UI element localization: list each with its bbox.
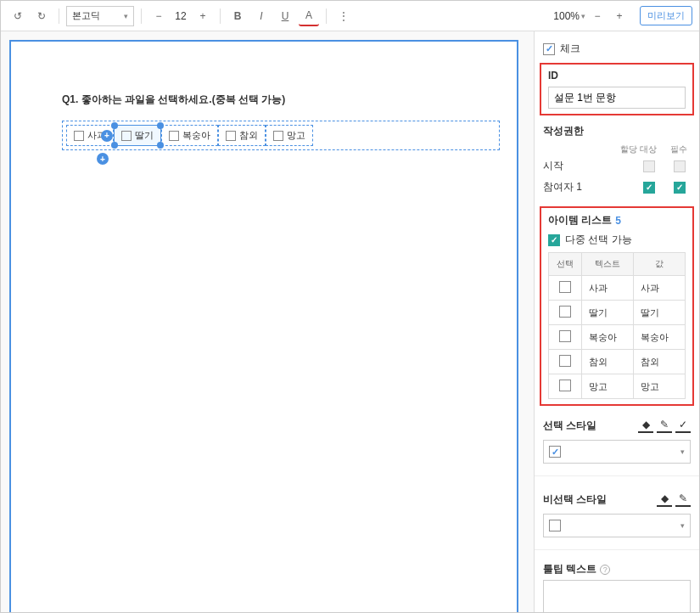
item-count: 5 — [615, 215, 621, 227]
text-color-button[interactable]: A — [299, 6, 319, 26]
font-family-value: 본고딕 — [72, 9, 100, 22]
item-table-row[interactable]: 복숭아 복숭아 — [549, 325, 686, 350]
preview-button[interactable]: 미리보기 — [640, 6, 692, 25]
item-list-title: 아이템 리스트 5 — [548, 213, 686, 228]
item-table-row[interactable]: 참외 참외 — [549, 350, 686, 374]
checkbox-option[interactable]: 참외 — [218, 125, 266, 146]
add-handle-icon[interactable]: + — [101, 130, 113, 142]
item-row-value: 복숭아 — [633, 325, 685, 350]
item-row-value: 망고 — [633, 374, 685, 399]
checkbox-group[interactable]: 사과 + 딸기 복숭아 — [62, 121, 500, 150]
tooltip-textarea[interactable] — [543, 580, 691, 612]
item-table-row[interactable]: 사과 사과 — [549, 276, 686, 301]
item-row-text: 망고 — [581, 374, 633, 399]
select-style-label: 선택 스타일 — [543, 419, 596, 433]
perm-required-checkbox[interactable] — [674, 182, 686, 194]
perm-head-target: 할당 대상 — [620, 143, 657, 155]
multi-select-row: 다중 선택 가능 — [548, 233, 686, 247]
id-section-highlighted: ID — [540, 63, 694, 115]
border-style-icon[interactable]: ✎ — [675, 492, 691, 507]
item-row-checkbox[interactable] — [559, 281, 571, 293]
add-row-handle-icon[interactable]: + — [97, 153, 109, 165]
zoom-out-button[interactable]: − — [587, 6, 608, 26]
checkbox-icon[interactable] — [121, 131, 132, 141]
font-size-value[interactable]: 12 — [172, 10, 189, 22]
check-type-checkbox[interactable] — [543, 43, 555, 55]
underline-button[interactable]: U — [275, 6, 295, 26]
option-label: 복숭아 — [182, 129, 210, 142]
item-table: 선택 텍스트 값 사과 사과 딸기 — [548, 252, 686, 399]
checkbox-option[interactable]: 망고 — [266, 125, 313, 146]
italic-button[interactable]: I — [251, 6, 272, 26]
item-row-checkbox[interactable] — [559, 330, 571, 342]
checked-preview-icon — [549, 446, 561, 458]
form-canvas[interactable]: Q1. 좋아하는 과일을 선택하세요.(중복 선택 가능) 사과 + — [9, 40, 518, 612]
font-family-select[interactable]: 본고딕 ▾ — [66, 6, 134, 26]
selection-handle[interactable] — [111, 142, 118, 149]
font-size-increase-button[interactable]: + — [193, 6, 213, 26]
bold-button[interactable]: B — [227, 6, 248, 26]
fill-color-icon[interactable]: ◆ — [638, 418, 653, 433]
multi-select-checkbox[interactable] — [548, 234, 560, 246]
chevron-down-icon: ▾ — [680, 447, 685, 456]
item-row-value: 사과 — [633, 276, 685, 301]
select-style-section: 선택 스타일 ◆ ✎ ✓ ▾ — [535, 409, 699, 469]
chevron-down-icon: ▾ — [581, 12, 585, 20]
permissions-title: 작성권한 — [543, 124, 691, 138]
item-list-section-highlighted: 아이템 리스트 5 다중 선택 가능 선택 텍스트 값 — [540, 206, 694, 406]
canvas-area[interactable]: Q1. 좋아하는 과일을 선택하세요.(중복 선택 가능) 사과 + — [1, 31, 534, 612]
check-style-icon[interactable]: ✓ — [675, 418, 691, 433]
id-label: ID — [548, 70, 686, 82]
item-row-checkbox[interactable] — [559, 355, 571, 367]
separator — [326, 8, 327, 24]
more-icon[interactable]: ⋮ — [333, 6, 354, 26]
checkbox-icon[interactable] — [273, 131, 283, 141]
zoom-controls: 100% ▾ − + — [553, 6, 630, 26]
checkbox-icon[interactable] — [226, 131, 236, 141]
item-row-text: 사과 — [581, 276, 633, 301]
select-style-dropdown[interactable]: ▾ — [543, 440, 691, 464]
check-type-label: 체크 — [560, 42, 580, 56]
perm-target-checkbox[interactable] — [643, 160, 655, 172]
border-style-icon[interactable]: ✎ — [657, 418, 672, 433]
zoom-value[interactable]: 100% ▾ — [553, 10, 585, 22]
unselect-style-section: 비선택 스타일 ◆ ✎ ▾ — [535, 483, 699, 543]
separator — [141, 8, 142, 24]
zoom-in-button[interactable]: + — [609, 6, 630, 26]
option-label: 딸기 — [135, 129, 154, 142]
item-table-head-select: 선택 — [549, 253, 582, 276]
checkbox-icon[interactable] — [74, 131, 84, 141]
checkbox-icon[interactable] — [169, 131, 179, 141]
item-table-row[interactable]: 망고 망고 — [549, 374, 686, 399]
item-row-text: 복숭아 — [581, 325, 633, 350]
component-type-row: 체크 — [535, 38, 699, 59]
item-row-value: 딸기 — [633, 301, 685, 325]
undo-icon[interactable]: ↺ — [8, 6, 28, 26]
item-row-checkbox[interactable] — [559, 380, 571, 391]
unselect-style-label: 비선택 스타일 — [543, 492, 607, 507]
tooltip-section: 툴팁 텍스트 ? — [535, 557, 699, 612]
redo-icon[interactable]: ↻ — [31, 6, 52, 26]
item-row-text: 참외 — [581, 350, 633, 374]
fill-color-icon[interactable]: ◆ — [657, 492, 672, 507]
id-input[interactable] — [548, 87, 686, 109]
checkbox-option-selected[interactable]: + 딸기 — [114, 125, 161, 146]
unchecked-preview-icon — [549, 520, 561, 531]
font-size-decrease-button[interactable]: − — [148, 6, 169, 26]
perm-target-checkbox[interactable] — [643, 182, 655, 194]
properties-sidebar: 체크 ID 작성권한 할당 대상 필수 시작 — [534, 31, 699, 612]
perm-required-checkbox[interactable] — [674, 160, 686, 172]
item-table-row[interactable]: 딸기 딸기 — [549, 301, 686, 325]
item-row-checkbox[interactable] — [559, 306, 571, 318]
checkbox-option[interactable]: 복숭아 — [161, 125, 218, 146]
help-icon[interactable]: ? — [600, 565, 610, 575]
item-table-head-value: 값 — [633, 253, 685, 276]
permissions-header: 할당 대상 필수 — [543, 143, 691, 155]
item-row-value: 참외 — [633, 350, 685, 374]
selection-handle[interactable] — [111, 122, 118, 129]
toolbar: ↺ ↻ 본고딕 ▾ − 12 + B I U A ⋮ 100% ▾ − + 미리… — [1, 1, 699, 31]
unselect-style-dropdown[interactable]: ▾ — [543, 514, 691, 537]
separator — [220, 8, 221, 24]
option-label: 망고 — [287, 129, 305, 142]
permissions-section: 작성권한 할당 대상 필수 시작 참여자 1 — [535, 119, 699, 203]
